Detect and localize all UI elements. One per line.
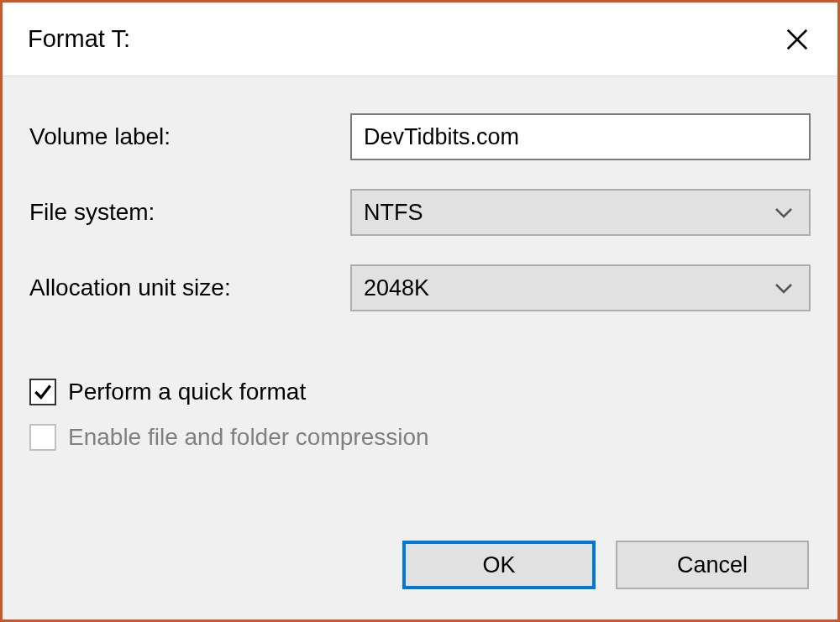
chevron-down-icon <box>774 281 794 295</box>
dialog-body: Volume label: File system: NTFS Allocati… <box>3 76 837 619</box>
file-system-dropdown[interactable]: NTFS <box>350 189 811 236</box>
allocation-unit-size-row: Allocation unit size: 2048K <box>29 264 811 311</box>
allocation-unit-size-label: Allocation unit size: <box>29 274 350 301</box>
dialog-title: Format T: <box>28 25 130 53</box>
compression-label: Enable file and folder compression <box>68 424 429 451</box>
cancel-button[interactable]: Cancel <box>616 541 809 589</box>
close-button[interactable] <box>780 23 814 56</box>
chevron-down-icon <box>774 206 794 219</box>
volume-label-row: Volume label: <box>29 113 811 160</box>
quick-format-checkbox[interactable] <box>29 379 56 405</box>
compression-row: Enable file and folder compression <box>29 424 811 451</box>
format-dialog: Format T: Volume label: File system: NTF… <box>0 0 840 622</box>
ok-button[interactable]: OK <box>402 541 596 589</box>
quick-format-row: Perform a quick format <box>29 379 811 405</box>
compression-checkbox <box>29 424 56 451</box>
file-system-row: File system: NTFS <box>29 189 811 236</box>
titlebar: Format T: <box>3 3 837 76</box>
volume-label-input[interactable] <box>350 113 811 160</box>
volume-label-label: Volume label: <box>29 123 350 150</box>
quick-format-label: Perform a quick format <box>68 379 306 405</box>
allocation-unit-size-dropdown[interactable]: 2048K <box>350 264 811 311</box>
checkmark-icon <box>32 381 54 403</box>
allocation-unit-size-value: 2048K <box>364 275 429 301</box>
close-icon <box>785 27 810 52</box>
file-system-label: File system: <box>29 199 350 226</box>
checkbox-group: Perform a quick format Enable file and f… <box>29 379 811 469</box>
file-system-value: NTFS <box>364 200 423 226</box>
button-row: OK Cancel <box>29 541 811 593</box>
